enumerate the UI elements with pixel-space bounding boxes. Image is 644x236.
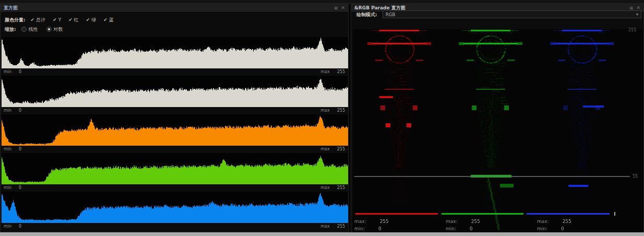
histogram-strip-total: min 0 max 255 bbox=[2, 37, 347, 75]
max-value: 255 bbox=[337, 224, 345, 229]
red-channel-stats: max:255 min:0 bbox=[354, 218, 438, 232]
max-label: max: bbox=[537, 219, 549, 224]
min-label: min bbox=[4, 224, 11, 229]
draw-mode-dropdown[interactable]: RGB ▾ bbox=[383, 10, 641, 18]
max-value: 255 bbox=[337, 108, 345, 113]
min-label: min bbox=[4, 69, 11, 74]
max-value: 255 bbox=[337, 69, 345, 74]
baseline-end-tick bbox=[614, 212, 615, 216]
histogram-panel: 直方图 ≡ ✕ 颜色分量: ✔ 总计 ✔ Y ✔ 红 bbox=[0, 3, 349, 232]
min-label: min: bbox=[446, 226, 456, 231]
histogram-strip-luma-y: min 0 max 255 bbox=[2, 76, 347, 114]
radio-linear[interactable]: 线性 bbox=[21, 26, 38, 33]
max-value: 255 bbox=[337, 147, 345, 151]
radio-logarithmic-label: 对数 bbox=[54, 26, 63, 33]
min-value: 0 bbox=[19, 224, 21, 229]
max-value: 255 bbox=[380, 219, 389, 224]
histogram-canvas-red bbox=[2, 114, 348, 146]
max-label: max bbox=[320, 108, 329, 113]
parade-level-value: 55 bbox=[633, 174, 638, 179]
min-label: min bbox=[4, 108, 11, 113]
histogram-canvas-total bbox=[2, 37, 348, 68]
min-value: 0 bbox=[470, 226, 473, 231]
panel-close-icon[interactable]: ✕ bbox=[341, 4, 345, 12]
color-components-row: 颜色分量: ✔ 总计 ✔ Y ✔ 红 ✔ 绿 ✔ bbox=[5, 16, 344, 23]
scale-label: 缩放: bbox=[5, 26, 16, 33]
checkbox-total[interactable]: ✔ 总计 bbox=[31, 17, 46, 23]
radio-linear-label: 线性 bbox=[29, 26, 38, 33]
checkbox-total-label: 总计 bbox=[36, 17, 45, 23]
window-bottom-edge bbox=[0, 232, 644, 236]
max-label: max bbox=[320, 69, 329, 74]
checkbox-green-label: 绿 bbox=[91, 17, 96, 23]
histogram-controls: 颜色分量: ✔ 总计 ✔ Y ✔ 红 ✔ 绿 ✔ bbox=[1, 13, 348, 37]
checkmark-icon: ✔ bbox=[31, 17, 35, 22]
histogram-canvas-blue bbox=[2, 192, 348, 223]
green-baseline bbox=[442, 213, 523, 215]
min-label: min bbox=[4, 147, 11, 151]
parade-level-line bbox=[354, 176, 630, 177]
checkmark-icon: ✔ bbox=[103, 17, 108, 22]
strip-scale-labels: min 0 max 255 bbox=[2, 107, 347, 114]
radio-selected-dot-icon bbox=[46, 27, 52, 32]
min-value: 0 bbox=[561, 226, 564, 231]
radio-circle-icon bbox=[21, 27, 27, 32]
checkbox-green[interactable]: ✔ 绿 bbox=[86, 17, 97, 23]
strip-scale-labels: min 0 max 255 bbox=[2, 184, 347, 191]
green-channel-stats: max:255 min:0 bbox=[446, 218, 529, 232]
histogram-panel-titlebar[interactable]: 直方图 ≡ ✕ bbox=[1, 4, 348, 13]
checkbox-red-label: 红 bbox=[74, 17, 79, 23]
scopes-workspace: 直方图 ≡ ✕ 颜色分量: ✔ 总计 ✔ Y ✔ 红 bbox=[0, 0, 644, 236]
strip-scale-labels: min 0 max 255 bbox=[2, 146, 347, 152]
histogram-canvas-green bbox=[2, 153, 348, 184]
checkbox-luma-y-label: Y bbox=[58, 17, 62, 22]
checkbox-blue-label: 蓝 bbox=[109, 17, 114, 23]
draw-mode-label: 绘制模式: bbox=[356, 11, 377, 18]
checkmark-icon: ✔ bbox=[68, 17, 73, 22]
strip-scale-labels: min 0 max 255 bbox=[2, 223, 347, 230]
max-label: max bbox=[320, 147, 329, 151]
min-value: 0 bbox=[19, 108, 21, 113]
min-value: 0 bbox=[378, 226, 381, 231]
checkbox-red[interactable]: ✔ 红 bbox=[68, 17, 79, 23]
max-label: max bbox=[320, 224, 329, 229]
min-value: 0 bbox=[19, 147, 21, 151]
blue-channel-stats: max:255 min:0 bbox=[537, 218, 621, 232]
rgb-parade-panel: &RGB Parade 直方图 ≡ ✕ 绘制模式: RGB ▾ 255 55 m… bbox=[351, 3, 644, 232]
min-label: min bbox=[4, 185, 11, 190]
checkbox-blue[interactable]: ✔ 蓝 bbox=[103, 17, 114, 23]
scale-row: 缩放: 线性 对数 bbox=[5, 26, 344, 33]
color-components-label: 颜色分量: bbox=[5, 17, 26, 23]
radio-logarithmic[interactable]: 对数 bbox=[46, 26, 63, 33]
max-label: max: bbox=[354, 219, 366, 224]
red-baseline bbox=[355, 213, 438, 215]
draw-mode-value: RGB bbox=[386, 12, 636, 17]
min-value: 0 bbox=[19, 185, 21, 190]
histogram-panel-title: 直方图 bbox=[4, 5, 18, 11]
min-value: 0 bbox=[19, 69, 21, 74]
parade-top-scale-value: 255 bbox=[628, 28, 636, 32]
min-label: min: bbox=[537, 226, 547, 231]
histogram-strip-red: min 0 max 255 bbox=[2, 114, 347, 152]
max-value: 255 bbox=[337, 185, 345, 190]
blue-baseline bbox=[527, 213, 610, 215]
histogram-strip-blue: min 0 max 255 bbox=[2, 192, 347, 230]
strip-scale-labels: min 0 max 255 bbox=[2, 68, 347, 75]
chevron-down-icon: ▾ bbox=[636, 12, 638, 17]
max-value: 255 bbox=[471, 219, 480, 224]
histogram-strip-green: min 0 max 255 bbox=[2, 153, 347, 191]
checkmark-icon: ✔ bbox=[86, 17, 90, 22]
min-label: min: bbox=[354, 226, 365, 231]
panel-menu-icon[interactable]: ≡ bbox=[334, 4, 338, 12]
max-label: max bbox=[320, 185, 329, 190]
max-value: 255 bbox=[563, 219, 571, 224]
checkmark-icon: ✔ bbox=[53, 17, 57, 22]
max-label: max: bbox=[446, 219, 458, 224]
histogram-canvas-luma-y bbox=[2, 76, 348, 107]
checkbox-luma-y[interactable]: ✔ Y bbox=[53, 17, 61, 22]
rgb-parade-canvas bbox=[353, 29, 643, 232]
rgb-parade-scope-area bbox=[353, 29, 643, 232]
